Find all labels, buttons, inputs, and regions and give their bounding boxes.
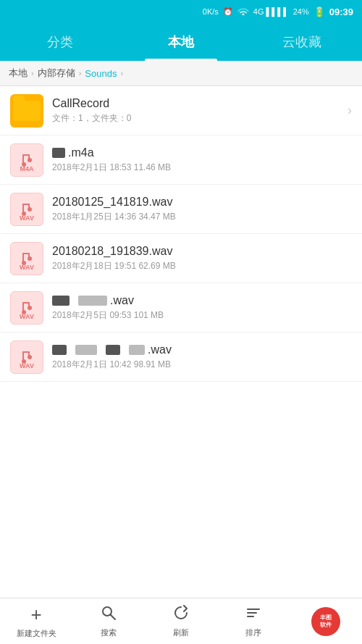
file-info: .m4a 2018年2月1日 18:53 11.46 MB	[52, 146, 352, 174]
file-meta: 文件：1，文件夹：0	[52, 112, 342, 125]
list-item[interactable]: M4A .m4a 2018年2月1日 18:53 11.46 MB	[0, 135, 362, 185]
file-name: 20180218_191839.wav	[52, 245, 352, 258]
file-list: CallRecord 文件：1，文件夹：0 › M4A	[0, 86, 362, 382]
status-bar: 0K/s ⏰ 4G ▌▌▌▌ 24% 🔋 09:39	[0, 0, 362, 23]
nav-sort[interactable]: 排序	[217, 598, 290, 644]
breadcrumb-arrow-1: ›	[31, 69, 34, 78]
redact-block	[52, 148, 65, 158]
list-item[interactable]: WAV .wav 2018年2月5日 09:53 101 MB	[0, 283, 362, 333]
breadcrumb: 本地 › 内部存储 › Sounds ›	[0, 61, 362, 86]
redact-block	[52, 296, 70, 306]
tab-cloud-label: 云收藏	[282, 33, 321, 51]
list-item[interactable]: WAV 20180125_141819.wav 2018年1月25日 14:36…	[0, 185, 362, 234]
wav-icon: WAV	[10, 340, 43, 374]
file-info: .wav 2018年2月5日 09:53 101 MB	[52, 294, 352, 322]
nav-sort-label: 排序	[245, 627, 261, 638]
folder-icon	[10, 94, 43, 127]
clock-icon: ⏰	[223, 7, 233, 17]
main-content: CallRecord 文件：1，文件夹：0 › M4A	[0, 86, 362, 428]
file-meta: 2018年2月1日 10:42 98.91 MB	[52, 359, 352, 371]
svg-point-9	[28, 207, 32, 212]
redact-block	[52, 345, 67, 355]
wav-icon: WAV	[10, 291, 43, 325]
file-name: .wav	[52, 294, 352, 307]
svg-point-4	[28, 158, 32, 162]
tab-local[interactable]: 本地	[121, 23, 242, 61]
file-type-label: WAV	[11, 264, 43, 271]
nav-new-folder[interactable]: + 新建文件夹	[0, 598, 72, 644]
nav-new-folder-label: 新建文件夹	[17, 628, 56, 639]
redact-block-light	[75, 345, 97, 355]
file-name: .wav	[52, 343, 352, 356]
time: 09:39	[329, 7, 353, 17]
nav-search[interactable]: 搜索	[72, 598, 145, 644]
file-meta: 2018年2月5日 09:53 101 MB	[52, 309, 352, 322]
tab-classify-label: 分类	[47, 33, 73, 51]
file-name: .m4a	[52, 146, 352, 159]
nav-refresh-label: 刷新	[173, 627, 189, 638]
breadcrumb-local[interactable]: 本地	[9, 67, 28, 80]
bottom-nav: + 新建文件夹 搜索 刷新 排序	[0, 598, 362, 644]
search-icon	[101, 605, 117, 625]
breadcrumb-internal[interactable]: 内部存储	[38, 67, 75, 80]
svg-point-24	[28, 355, 32, 359]
wifi-icon	[237, 7, 249, 17]
nav-refresh[interactable]: 刷新	[145, 598, 217, 644]
network-speed: 0K/s	[203, 7, 219, 16]
svg-point-19	[28, 306, 32, 310]
breadcrumb-arrow-3: ›	[120, 69, 123, 78]
nav-search-label: 搜索	[101, 627, 117, 638]
tab-bar: 分类 本地 云收藏	[0, 23, 362, 61]
battery-icon: 🔋	[313, 7, 325, 17]
list-item[interactable]: WAV 20180218_191839.wav 2018年2月18日 19:51…	[0, 234, 362, 283]
file-type-label: M4A	[11, 165, 43, 172]
file-info: CallRecord 文件：1，文件夹：0	[52, 97, 342, 125]
file-info: .wav 2018年2月1日 10:42 98.91 MB	[52, 343, 352, 371]
file-info: 20180125_141819.wav 2018年1月25日 14:36 34.…	[52, 196, 352, 223]
plus-icon: +	[30, 603, 41, 626]
refresh-icon	[173, 605, 189, 625]
m4a-icon: M4A	[10, 143, 43, 177]
redact-block	[106, 345, 120, 355]
tab-classify[interactable]: 分类	[0, 23, 121, 61]
file-meta: 2018年2月1日 18:53 11.46 MB	[52, 162, 352, 174]
file-type-label: WAV	[11, 362, 43, 369]
list-item[interactable]: WAV .wav 2018年2月1日 10:42 98.91 MB	[0, 333, 362, 382]
battery-percent: 24%	[293, 7, 309, 16]
list-item[interactable]: CallRecord 文件：1，文件夹：0 ›	[0, 86, 362, 135]
wav-icon: WAV	[10, 193, 43, 226]
file-type-label: WAV	[11, 214, 43, 222]
breadcrumb-arrow-2: ›	[79, 69, 82, 78]
nav-brand[interactable]: 丰图软件	[290, 598, 362, 644]
chevron-right-icon: ›	[348, 103, 352, 118]
svg-line-26	[111, 614, 116, 619]
folder-shape	[13, 101, 41, 121]
file-meta: 2018年1月25日 14:36 34.47 MB	[52, 211, 352, 223]
wav-icon: WAV	[10, 242, 43, 275]
file-meta: 2018年2月18日 19:51 62.69 MB	[52, 260, 352, 272]
breadcrumb-sounds[interactable]: Sounds	[85, 68, 117, 79]
signal-bars: 4G ▌▌▌▌	[253, 7, 289, 16]
file-info: 20180218_191839.wav 2018年2月18日 19:51 62.…	[52, 245, 352, 272]
tab-cloud[interactable]: 云收藏	[241, 23, 362, 61]
redact-block-light	[129, 345, 145, 355]
svg-point-14	[28, 256, 32, 261]
file-name: 20180125_141819.wav	[52, 196, 352, 209]
sort-icon	[245, 605, 261, 625]
tab-local-label: 本地	[168, 33, 194, 51]
file-type-label: WAV	[11, 313, 43, 320]
brand-logo: 丰图软件	[311, 607, 340, 636]
brand-text: 丰图软件	[320, 614, 332, 628]
file-name: CallRecord	[52, 97, 342, 110]
redact-block-light	[78, 296, 107, 306]
